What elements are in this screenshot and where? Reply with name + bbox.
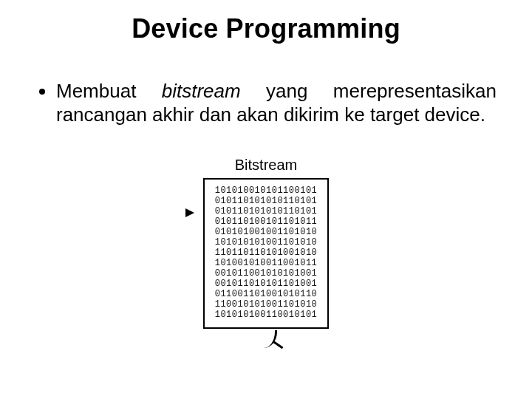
bullet-pre: Membuat	[56, 80, 162, 102]
slide: Device Programming Membuat bitstream yan…	[0, 0, 532, 399]
bitstream-row: 011001101001010110	[215, 289, 318, 299]
bitstream-box: 101010010101100101 010110101010110101 01…	[203, 178, 330, 329]
slide-title: Device Programming	[0, 13, 532, 44]
bitstream-row: 001011001010101001	[215, 268, 318, 279]
bullet-list: Membuat bitstream yang merepresentasikan…	[37, 80, 497, 126]
bitstream-row: 010110101010110101	[215, 206, 318, 216]
bitstream-row: 101010101001101010	[215, 237, 318, 248]
bitstream-row: 010110101010110101	[215, 196, 318, 206]
bitstream-figure: Bitstream 101010010101100101 01011010101…	[0, 157, 532, 329]
bullet-italic: bitstream	[162, 80, 241, 102]
left-arrow-icon	[185, 208, 194, 217]
bottom-tail-icon	[266, 332, 288, 351]
bullet-item: Membuat bitstream yang merepresentasikan…	[56, 80, 497, 126]
figure-inner: Bitstream 101010010101100101 01011010101…	[203, 157, 330, 329]
bitstream-row: 010101001001101010	[215, 227, 318, 237]
bitstream-row: 001011010101101001	[215, 279, 318, 289]
bitstream-row: 101001010011001011	[215, 258, 318, 268]
bitstream-row: 010110100101101011	[215, 216, 318, 227]
bitstream-row: 101010100110010101	[215, 310, 318, 320]
bitstream-row: 110010101001101010	[215, 299, 318, 310]
slide-body: Membuat bitstream yang merepresentasikan…	[37, 80, 497, 126]
tail-stroke	[273, 341, 284, 349]
bitstream-row: 101010010101100101	[215, 185, 318, 196]
figure-label: Bitstream	[203, 157, 330, 174]
tail-curve	[260, 330, 277, 348]
bitstream-row: 110110110101001010	[215, 248, 318, 258]
